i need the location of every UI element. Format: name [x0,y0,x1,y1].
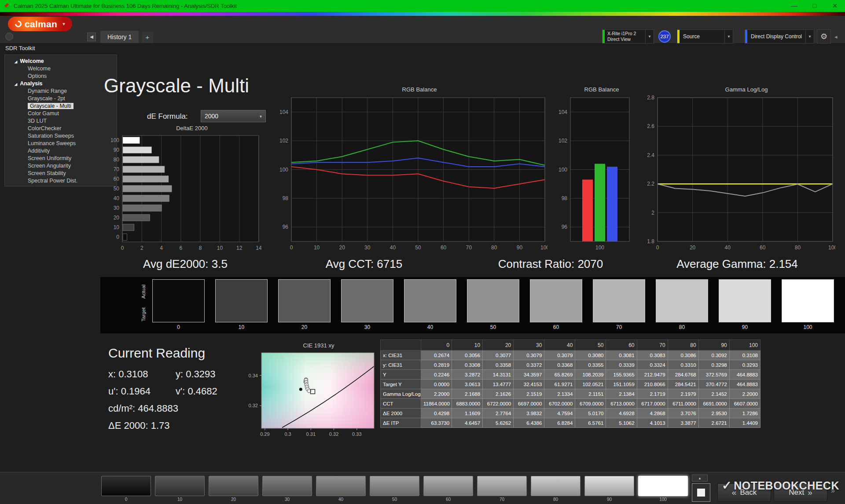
swatch-cell: 10 [215,279,268,330]
table-cell: 2.1151 [575,389,606,399]
table-cell: 2.1719 [637,389,668,399]
table-cell: 372.5769 [698,370,729,380]
sidebar-item-grayscale-multi[interactable]: Grayscale - Multi [5,102,117,110]
svg-text:100: 100 [540,245,547,251]
swatch-label: 30 [341,324,393,330]
grayscale-swatch-10 [215,279,268,322]
pattern-button-70[interactable] [477,476,527,496]
sidebar-item-grayscale-2pt[interactable]: Grayscale - 2pt [5,95,117,102]
meter-selector[interactable]: X-Rite i1Pro 2 Direct View ▾ [602,29,654,44]
pattern-button-50[interactable] [370,476,419,496]
display-control-selector[interactable]: Direct Display Control ▾ [745,29,814,44]
svg-text:102: 102 [279,138,288,144]
swatch-label: 20 [278,324,331,330]
back-button[interactable]: « Back [717,483,771,502]
table-row: CCT11864.00006883.00006722.00006697.0000… [381,399,760,409]
tab-history-1[interactable]: History 1 [100,31,139,43]
sidebar-item-3d-lut[interactable]: 3D LUT [5,117,117,125]
sidebar-item-welcome[interactable]: Welcome [5,65,117,73]
back-label: Back [740,488,757,497]
sidebar-item-additivity[interactable]: Additivity [5,147,117,155]
sidebar-item-screen-stability[interactable]: Screen Stability [5,170,117,177]
collapse-right-icon[interactable]: ◂ [834,33,838,40]
table-row-label: Gamma Log/Log [381,389,421,399]
sidebar-item-screen-uniformity[interactable]: Screen Uniformity [5,155,117,162]
table-cell: 0.3308 [452,360,483,370]
collapse-sidebar-button[interactable]: ◀ [87,33,96,41]
app-icon [4,3,10,9]
pattern-button-100[interactable] [638,476,688,496]
table-cell: 0.4298 [421,409,452,418]
table-cell: 63.3730 [421,418,452,428]
minimize-button[interactable]: — [784,0,805,12]
tree-section-analysis[interactable]: ◢Analysis [5,80,117,88]
svg-text:2.2: 2.2 [647,181,654,187]
table-cell: 210.8066 [637,380,668,389]
sidebar-item-dynamic-range[interactable]: Dynamic Range [5,88,117,95]
stat-avg-de: Avg dE2000: 3.5 [143,257,228,271]
table-cell: 6713.0000 [606,399,637,409]
sidebar-item-label: Luminance Sweeps [28,140,76,146]
svg-text:60: 60 [441,245,447,251]
table-cell: 0.3092 [698,351,729,360]
chevron-down-icon[interactable]: ▾ [724,30,733,43]
de-formula-select[interactable]: 2000 ▾ [201,110,266,122]
sidebar-item-screen-angularity[interactable]: Screen Angularity [5,162,117,170]
settings-gear-button[interactable]: ⚙ [817,29,831,44]
pattern-button-30[interactable] [262,476,312,496]
source-selector[interactable]: Source ▾ [677,29,733,44]
table-cell: 6722.0000 [483,399,514,409]
sidebar-item-luminance-sweeps[interactable]: Luminance Sweeps [5,140,117,147]
pattern-button-0[interactable] [101,476,151,496]
pattern-button-90[interactable] [584,476,634,496]
sidebar-item-label: ColorChecker [28,125,61,131]
calman-menu-button[interactable]: calman ▾ [8,17,72,31]
svg-text:30: 30 [364,245,371,251]
table-cell: 0.0000 [421,380,452,389]
tree-section-label: Welcome [20,58,44,64]
table-cell: 5.6262 [483,418,514,428]
pattern-button-40[interactable] [316,476,366,496]
chevron-down-icon[interactable]: ▾ [645,30,654,43]
add-tab-button[interactable]: + [142,32,153,43]
sidebar-item-color-gamut[interactable]: Color Gamut [5,110,117,117]
chart-title-cie: CIE 1931 xy [240,342,379,351]
maximize-button[interactable]: □ [805,0,825,12]
svg-text:2: 2 [140,245,143,251]
chevron-down-icon[interactable]: ▾ [805,30,814,43]
meter-name: X-Rite i1Pro 2 [607,31,643,37]
table-cell: 0.3293 [729,360,760,370]
sidebar-item-spectral-power-dist[interactable]: Spectral Power Dist. [5,177,117,185]
sidebar-item-label: Saturation Sweeps [28,133,74,139]
pattern-button-60[interactable] [423,476,473,496]
swatch-label: 50 [467,324,519,330]
svg-text:12: 12 [236,245,242,251]
next-button[interactable]: Next » [774,483,827,502]
pattern-label: 70 [477,497,527,502]
pattern-cell: 40 [316,476,366,502]
sidebar-item-options[interactable]: Options [5,73,117,80]
table-column-header [381,340,421,351]
reading-x: x: 0.3108 [108,369,176,380]
close-button[interactable]: ✕ [825,0,845,12]
sidebar-item-saturation-sweeps[interactable]: Saturation Sweeps [5,132,117,140]
cie-chart-panel: CIE 1931 xy 0.320.340.290.30.310.320.33 [240,342,379,446]
pattern-button-20[interactable] [209,476,258,496]
table-cell: 0.3108 [729,351,760,360]
tree-section-welcome[interactable]: ◢Welcome [5,58,117,65]
sidebar-item-colorchecker[interactable]: ColorChecker [5,125,117,132]
pattern-button-80[interactable] [531,476,580,496]
chevron-down-icon: ▾ [260,114,262,119]
pattern-window-button[interactable] [692,483,710,502]
table-cell: 370.4772 [698,380,729,389]
pattern-up-button[interactable]: ▴ [692,475,708,482]
svg-text:104: 104 [558,109,567,115]
table-cell: 6717.0000 [637,399,668,409]
workflow-home-button[interactable] [5,33,13,40]
pattern-cell: 100 [638,476,688,502]
table-cell: 0.2246 [421,370,452,380]
next-chevron-icon: » [808,488,812,497]
pattern-button-10[interactable] [155,476,205,496]
svg-text:0.32: 0.32 [249,403,258,408]
end-chevron-icon[interactable]: » [831,487,835,495]
